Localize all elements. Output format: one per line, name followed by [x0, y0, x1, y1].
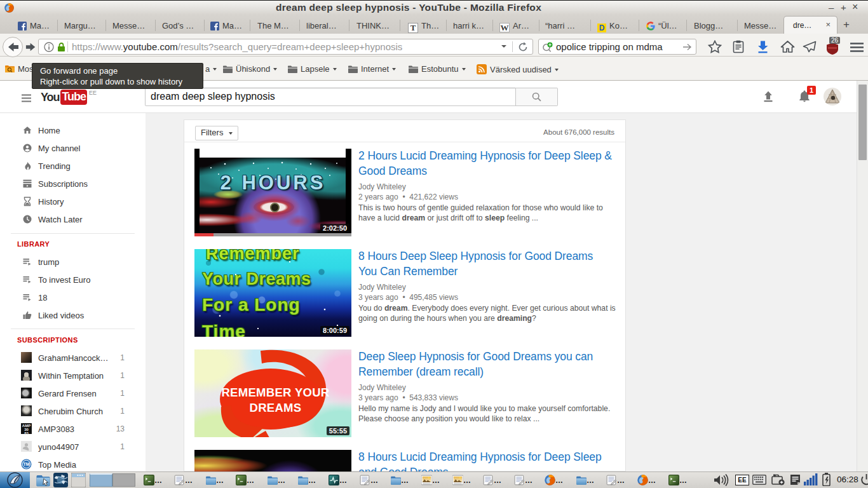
svg-text:TM: TM: [23, 462, 29, 466]
